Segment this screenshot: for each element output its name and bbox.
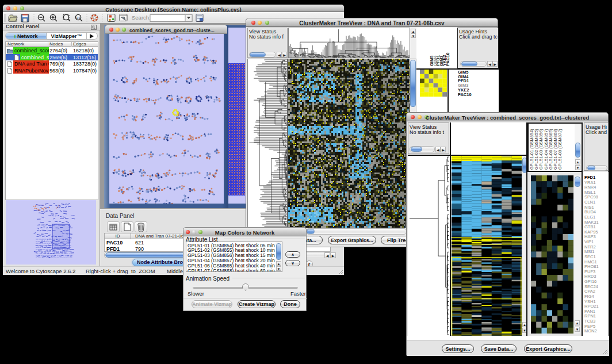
svg-text:1:1: 1:1 [76, 16, 81, 20]
svg-text:Search:: Search: [132, 14, 151, 21]
